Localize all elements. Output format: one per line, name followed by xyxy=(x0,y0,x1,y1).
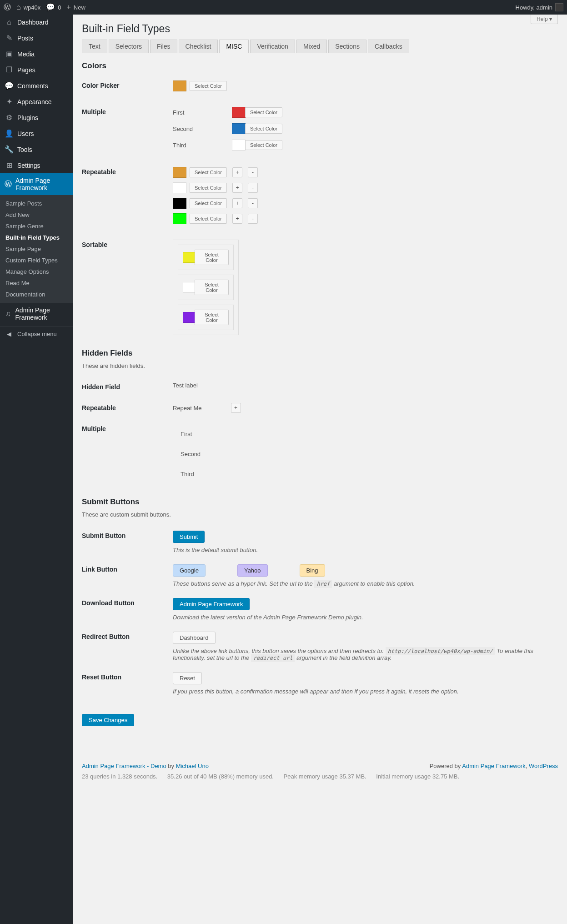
add-button[interactable]: + xyxy=(232,198,242,208)
color-swatch[interactable] xyxy=(232,140,246,151)
tab-sections[interactable]: Sections xyxy=(328,40,366,53)
sortable-color-item[interactable]: Select Color xyxy=(178,245,234,270)
save-changes-button[interactable]: Save Changes xyxy=(82,714,134,726)
color-swatch[interactable] xyxy=(173,198,186,209)
color-swatch[interactable] xyxy=(173,213,186,224)
submenu-sample-genre[interactable]: Sample Genre xyxy=(0,221,73,232)
sidebar-item-admin-page-framework[interactable]: ⓌAdmin Page Framework xyxy=(0,173,73,195)
tab-text[interactable]: Text xyxy=(82,40,107,53)
remove-button[interactable]: - xyxy=(248,214,258,224)
select-color-button[interactable]: Select Color xyxy=(190,81,227,91)
tab-callbacks[interactable]: Callbacks xyxy=(368,40,409,53)
color-swatch[interactable] xyxy=(183,282,195,293)
tab-selectors[interactable]: Selectors xyxy=(109,40,149,53)
add-button[interactable]: + xyxy=(232,167,242,177)
tab-checklist[interactable]: Checklist xyxy=(179,40,218,53)
select-color-button[interactable]: Select Color xyxy=(190,183,227,193)
wp-logo[interactable]: Ⓦ xyxy=(4,4,11,11)
color-swatch[interactable] xyxy=(173,80,186,91)
sortable-color-item[interactable]: Select Color xyxy=(178,305,234,330)
remove-button[interactable]: - xyxy=(248,167,258,177)
submenu-add-new[interactable]: Add New xyxy=(0,209,73,221)
google-button[interactable]: Google xyxy=(173,564,206,577)
select-color-button[interactable]: Select Color xyxy=(190,167,227,177)
submenu-read-me[interactable]: Read Me xyxy=(0,277,73,289)
submenu-custom-field-types[interactable]: Custom Field Types xyxy=(0,255,73,266)
select-color-button[interactable]: Select Color xyxy=(190,214,227,224)
comment-icon: 💬 xyxy=(46,4,55,11)
sidebar-item-secondary[interactable]: ♫ Admin Page Framework xyxy=(0,303,73,325)
color-swatch[interactable] xyxy=(173,182,186,193)
menu-icon: ▣ xyxy=(5,50,14,58)
hidden-multiple-item[interactable]: First xyxy=(173,424,259,444)
footer-apf-link[interactable]: Admin Page Framework xyxy=(462,763,525,769)
plus-icon: + xyxy=(66,4,70,11)
new-content[interactable]: +New xyxy=(66,4,85,11)
menu-icon: ✎ xyxy=(5,34,14,42)
tab-mixed[interactable]: Mixed xyxy=(296,40,327,53)
color-swatch[interactable] xyxy=(173,167,186,178)
sidebar-item-plugins[interactable]: ⚙Plugins xyxy=(0,110,73,126)
submit-button[interactable]: Submit xyxy=(173,531,205,543)
sidebar-item-posts[interactable]: ✎Posts xyxy=(0,30,73,46)
color-swatch[interactable] xyxy=(183,312,195,323)
select-color-button[interactable]: Select Color xyxy=(245,140,282,150)
sidebar-item-settings[interactable]: ⊞Settings xyxy=(0,157,73,173)
footer-wp-link[interactable]: WordPress xyxy=(529,763,558,769)
select-color-button[interactable]: Select Color xyxy=(245,107,282,117)
submenu-documentation[interactable]: Documentation xyxy=(0,289,73,300)
tab-verification[interactable]: Verification xyxy=(250,40,295,53)
select-color-button[interactable]: Select Color xyxy=(195,310,229,325)
select-color-button[interactable]: Select Color xyxy=(245,124,282,134)
hidden-multiple-item[interactable]: Third xyxy=(173,464,259,484)
submenu-sample-page[interactable]: Sample Page xyxy=(0,243,73,255)
help-tab[interactable]: Help ▾ xyxy=(531,15,558,24)
select-color-button[interactable]: Select Color xyxy=(190,198,227,208)
redirect-button[interactable]: Dashboard xyxy=(173,632,216,644)
reset-button-label: Reset Button xyxy=(82,667,173,700)
color-swatch[interactable] xyxy=(183,252,195,263)
link-button-desc: These buttons serve as a hyper link. Set… xyxy=(173,580,558,587)
sidebar-item-pages[interactable]: ❐Pages xyxy=(0,62,73,78)
submenu-sample-posts[interactable]: Sample Posts xyxy=(0,198,73,209)
color-swatch[interactable] xyxy=(232,123,246,134)
sidebar-item-users[interactable]: 👤Users xyxy=(0,126,73,141)
comments-link[interactable]: 💬0 xyxy=(46,4,61,11)
select-color-button[interactable]: Select Color xyxy=(195,250,229,265)
footer-stats: 23 queries in 1.328 seconds. 35.26 out o… xyxy=(82,773,558,780)
sidebar-item-tools[interactable]: 🔧Tools xyxy=(0,141,73,157)
howdy-text: Howdy, admin xyxy=(516,4,552,11)
submenu-built-in-field-types[interactable]: Built-in Field Types xyxy=(0,232,73,243)
bing-button[interactable]: Bing xyxy=(300,564,325,577)
sidebar-item-dashboard[interactable]: ⌂Dashboard xyxy=(0,15,73,30)
collapse-menu[interactable]: ◀ Collapse menu xyxy=(0,326,73,341)
howdy-account[interactable]: Howdy, admin xyxy=(516,3,563,11)
color-swatch[interactable] xyxy=(232,107,246,118)
submenu-manage-options[interactable]: Manage Options xyxy=(0,266,73,277)
hidden-multiple-item[interactable]: Second xyxy=(173,444,259,464)
sidebar-item-comments[interactable]: 💬Comments xyxy=(0,78,73,94)
download-button[interactable]: Admin Page Framework xyxy=(173,598,250,610)
reset-button[interactable]: Reset xyxy=(173,672,202,684)
add-repeat-button[interactable]: + xyxy=(231,403,241,413)
add-button[interactable]: + xyxy=(232,183,242,193)
remove-button[interactable]: - xyxy=(248,198,258,208)
sidebar-item-media[interactable]: ▣Media xyxy=(0,46,73,62)
hidden-desc: These are hidden fields. xyxy=(82,362,558,369)
site-name[interactable]: ⌂wp40x xyxy=(16,4,40,11)
tab-misc[interactable]: MISC xyxy=(219,40,249,53)
submit-desc: These are custom submit buttons. xyxy=(82,511,558,518)
remove-button[interactable]: - xyxy=(248,183,258,193)
footer-demo-link[interactable]: Admin Page Framework - Demo xyxy=(82,763,166,769)
yahoo-button[interactable]: Yahoo xyxy=(237,564,268,577)
menu-label: Users xyxy=(17,130,34,137)
music-icon: ♫ xyxy=(5,310,12,318)
footer-author-link[interactable]: Michael Uno xyxy=(176,763,209,769)
hidden-repeatable-value: Repeat Me xyxy=(173,405,202,412)
select-color-button[interactable]: Select Color xyxy=(195,280,229,295)
sidebar-item-appearance[interactable]: ✦Appearance xyxy=(0,94,73,110)
sortable-color-item[interactable]: Select Color xyxy=(178,275,234,300)
add-button[interactable]: + xyxy=(232,214,242,224)
tab-files[interactable]: Files xyxy=(150,40,177,53)
repeatable-color-label: Repeatable xyxy=(82,161,173,234)
